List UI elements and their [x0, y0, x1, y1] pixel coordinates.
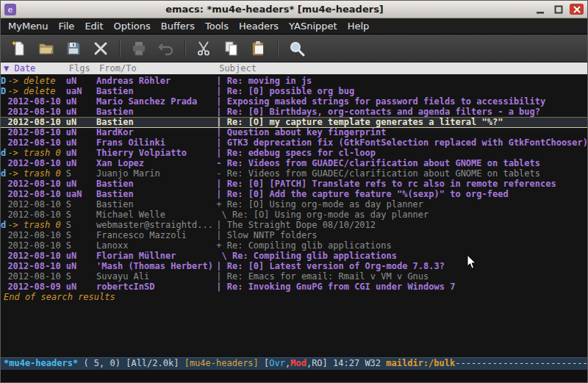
menu-item-buffers[interactable]: Buffers — [156, 21, 200, 32]
save-button[interactable] — [64, 39, 83, 58]
close-icon — [573, 5, 581, 14]
print-icon — [130, 40, 148, 57]
mark-cell — [1, 189, 7, 199]
date-cell: 2012-08-10 — [7, 271, 65, 282]
subject-cell: - Re: Videos from GUADEC/clarification a… — [216, 168, 587, 179]
from-cell: Florian Müllner — [96, 251, 216, 261]
date-cell: 2012-08-10 — [7, 199, 65, 210]
table-row[interactable]: d-> trash 0Swebmaster@straightd...| The … — [1, 220, 587, 230]
modeline-segment: *mu4e-headers* — [4, 358, 78, 368]
menu-item-headers[interactable]: Headers — [234, 21, 284, 32]
mark-cell: D — [1, 76, 7, 86]
table-row[interactable]: 2012-08-10uN'Mash (Thomas Herbert)| Re: … — [1, 261, 587, 271]
flags-cell: uN — [66, 282, 96, 292]
maximize-button[interactable] — [551, 4, 565, 15]
header-from[interactable]: From/To — [99, 63, 219, 74]
flags-cell: uN — [66, 117, 96, 127]
table-row[interactable]: 2012-08-10uNBastien| Re: [O] my capture … — [1, 117, 587, 127]
flags-cell: S — [66, 199, 96, 210]
table-row[interactable]: 2012-08-10uNBastien| Re: [0] [PATCH] Tra… — [1, 179, 587, 189]
modeline-segment: 14:27 W32 — [333, 358, 386, 368]
from-cell: Bastien — [96, 189, 216, 199]
menu-item-file[interactable]: File — [54, 21, 80, 32]
cut-button[interactable] — [195, 39, 214, 58]
modeline-segment: ] — [323, 358, 333, 368]
from-cell: Suvayu Ali — [96, 271, 216, 282]
table-row[interactable]: 2012-08-10uNMario Sanchez Prada| Exposin… — [1, 96, 587, 107]
flags-cell: S — [66, 271, 96, 282]
table-row[interactable]: 2012-08-10uNXan Lopez- Re: Videos from G… — [1, 158, 587, 168]
table-row[interactable]: 2012-08-10SBastien+ Re: [O] Using org-mo… — [1, 199, 587, 210]
menu-item-help[interactable]: Help — [343, 21, 375, 32]
table-row[interactable]: 2012-08-10uNBastien| Re: [0] Birthdays, … — [1, 107, 587, 117]
table-row[interactable]: d-> trash 0SJuanjo Marin- Re: Videos fro… — [1, 168, 587, 179]
headers-buffer[interactable]: D-> deleteuNAndreas Röhler| Re: moving i… — [1, 74, 587, 357]
from-cell: Frans Oilinki — [96, 137, 216, 148]
modeline-segment: maildir:/bulk — [386, 358, 455, 368]
subject-cell: | Exposing masked strings for password f… — [216, 96, 587, 107]
open-folder-button[interactable] — [37, 39, 56, 58]
mark-cell: d — [1, 168, 7, 179]
flags-cell: S — [66, 168, 96, 179]
date-cell: 2012-08-10 — [7, 210, 65, 220]
subject-cell: | Re: [0] Add the capture feature "%(sex… — [216, 189, 587, 199]
menu-item-edit[interactable]: Edit — [79, 21, 108, 32]
menu-item-tools[interactable]: Tools — [200, 21, 234, 32]
menu-item-options[interactable]: Options — [109, 21, 156, 32]
search-button[interactable] — [287, 39, 306, 58]
table-row[interactable]: D-> deleteuNAndreas Röhler| Re: moving i… — [1, 76, 587, 86]
mark-cell — [1, 179, 7, 189]
table-row[interactable]: D-> deleteuaNBastien| Re: [0] possible o… — [1, 86, 587, 96]
emacs-icon: e — [4, 4, 16, 15]
close-buffer-icon — [92, 40, 110, 57]
menu-item-yasnippet[interactable]: YASnippet — [284, 21, 343, 32]
table-row[interactable]: d-> trash 0uNThierry Volpiatto| Re: edeb… — [1, 148, 587, 158]
subject-cell: | Re: [0] [PATCH] Translate refs to rc a… — [216, 179, 587, 189]
modeline-segment: ----------------------------------------… — [455, 358, 587, 368]
copy-button[interactable] — [222, 39, 241, 58]
mark-cell: d — [1, 220, 7, 230]
table-row[interactable]: 2012-08-10SSuvayu Ali| Re: Emacs for ema… — [1, 271, 587, 282]
paste-button[interactable] — [249, 39, 268, 58]
flags-cell: uN — [66, 96, 96, 107]
table-row[interactable]: 2012-08-09uNrobertcInSD| Re: Invoking Gn… — [1, 282, 587, 292]
table-row[interactable]: 2012-08-10uNFrans Oilinki| GTK3 deprecat… — [1, 137, 587, 148]
from-cell: Xan Lopez — [96, 158, 216, 168]
date-cell: 2012-08-10 — [7, 230, 65, 240]
mark-cell — [1, 271, 7, 282]
date-cell: 2012-08-09 — [7, 282, 65, 292]
echo-area[interactable] — [1, 370, 587, 382]
header-flags[interactable]: Flgs — [69, 63, 99, 74]
subject-cell: | Slow NNTP folders — [216, 230, 587, 240]
from-cell: Thierry Volpiatto — [96, 148, 216, 158]
date-cell: 2012-08-10 — [7, 107, 65, 117]
date-cell: -> delete — [7, 76, 65, 86]
flags-cell: uN — [66, 76, 96, 86]
from-cell: Francesco Mazzoli — [96, 230, 216, 240]
date-cell: 2012-08-10 — [7, 189, 65, 199]
table-row[interactable]: 2012-08-10SFrancesco Mazzoli| Slow NNTP … — [1, 230, 587, 240]
menu-item-mymenu[interactable]: MyMenu — [3, 21, 54, 32]
close-buffer-button[interactable] — [91, 39, 110, 58]
print-button — [129, 39, 148, 58]
minimize-button[interactable] — [533, 4, 547, 15]
end-of-results: End of search results — [1, 292, 587, 302]
table-row[interactable]: 2012-08-10uNFlorian Müllner \ Re: Compil… — [1, 251, 587, 261]
table-row[interactable]: 2012-08-10uaNBastien| Re: [0] Add the ca… — [1, 189, 587, 199]
new-file-button[interactable] — [10, 39, 29, 58]
table-row[interactable]: 2012-08-10SLanoxx+ Re: Compiling glib ap… — [1, 240, 587, 251]
header-subject[interactable]: Subject — [219, 63, 587, 74]
subject-cell: | Re: [O] my capture template generates … — [216, 117, 587, 127]
subject-cell: | Re: moving in js — [216, 76, 587, 86]
date-cell: 2012-08-10 — [7, 96, 65, 107]
table-row[interactable]: 2012-08-10SMichael Welle \ Re: [O] Using… — [1, 210, 587, 220]
titlebar[interactable]: e emacs: *mu4e-headers* [mu4e-headers] — [1, 1, 587, 18]
mode-line[interactable]: *mu4e-headers* ( 5, 0) [All/2.0k] [mu4e-… — [1, 357, 587, 370]
rows-container: D-> deleteuNAndreas Röhler| Re: moving i… — [1, 76, 587, 292]
table-row[interactable]: 2012-08-10uNHardKor| Question about key … — [1, 127, 587, 137]
subject-cell: | Question about key fingerprint — [216, 127, 587, 137]
close-button[interactable] — [570, 4, 584, 15]
header-date[interactable]: ▼ Date — [4, 63, 69, 74]
modeline-segment: RO — [312, 358, 322, 368]
from-cell: Bastien — [96, 86, 216, 96]
